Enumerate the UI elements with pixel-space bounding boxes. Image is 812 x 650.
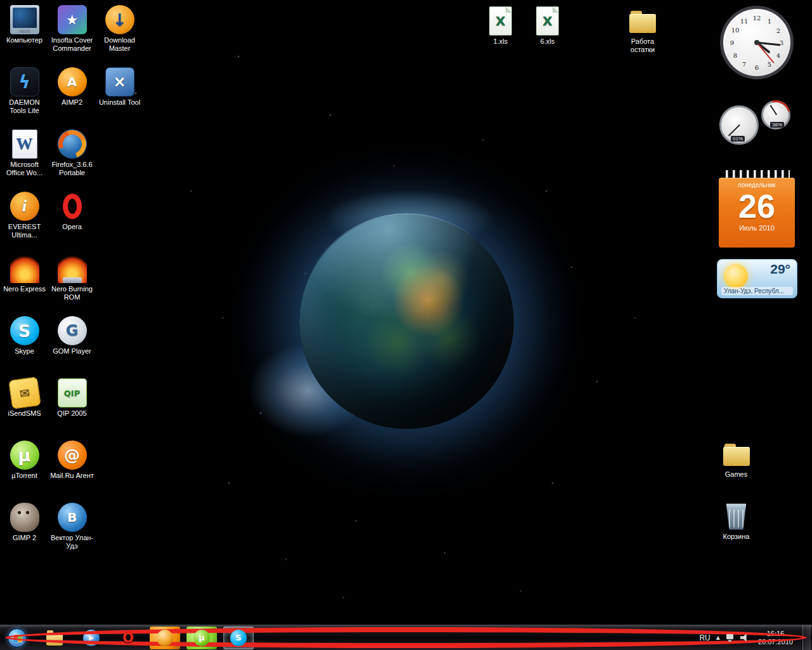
calendar-spiral (724, 170, 790, 178)
desktop-icon[interactable]: ✉ iSendSMS (1, 377, 48, 439)
icon-glyph (58, 129, 87, 159)
icon-glyph: В (58, 503, 87, 532)
desktop-icon[interactable]: × Uninstall Tool (96, 66, 143, 128)
desktop-icon[interactable]: X 6.xls (524, 5, 571, 67)
weather-temperature: 29° (770, 262, 790, 277)
app-icon: ✉ (8, 376, 41, 409)
desktop-icon[interactable]: Nero Express (1, 253, 48, 315)
icon-glyph: S (10, 316, 39, 345)
top-icon-row: X 1.xls X 6.xls Работа остатки (477, 5, 666, 67)
icon-label: Download Master (96, 36, 143, 53)
desktop-icon[interactable]: Nero Burning ROM (49, 253, 95, 315)
desktop-icon-grid: Компьютер ϟ DAEMON Tools Lite W Microsof… (1, 4, 143, 564)
sun-icon (724, 264, 748, 288)
app-icon: µ (10, 441, 39, 470)
icon-label: Microsoft Office Wo... (1, 161, 48, 177)
icon-glyph (10, 254, 39, 283)
icon-glyph (58, 192, 87, 221)
desktop-icon[interactable]: Games (713, 438, 759, 500)
icon-label: µTorrent (1, 472, 48, 480)
desktop-icon[interactable]: G GOM Player (49, 315, 95, 377)
desktop-icon[interactable]: ϟ DAEMON Tools Lite (1, 66, 48, 128)
taskbar-app-icon (157, 630, 173, 646)
icon-label: QIP 2005 (49, 409, 95, 418)
desktop-icon[interactable]: В Вектор Улан-Удэ (49, 501, 95, 564)
network-icon[interactable] (726, 633, 735, 642)
icon-glyph (722, 439, 751, 468)
icon-glyph: × (106, 68, 134, 96)
desktop-icon[interactable]: Компьютер (1, 4, 48, 66)
icon-label: 6.xls (524, 37, 571, 46)
desktop-icon[interactable]: S Skype (1, 315, 48, 377)
icon-glyph (628, 6, 657, 36)
desktop-icon[interactable]: Корзина (713, 500, 759, 562)
icon-label: GOM Player (49, 347, 95, 355)
taskbar-icon-glyph: µ (193, 630, 210, 646)
icon-glyph: ϟ (11, 68, 39, 96)
cpu-needle (728, 124, 740, 136)
desktop-icon[interactable]: Работа остатки (619, 5, 666, 67)
clock-gadget[interactable]: 121234567891011 (719, 5, 794, 80)
taskbar-icon-glyph: S (230, 630, 247, 646)
app-icon: QIP (58, 378, 87, 408)
desktop-icon[interactable]: @ Mail.Ru Агент (49, 439, 95, 501)
clock-number: 8 (733, 52, 737, 59)
desktop-icon[interactable]: GIMP 2 (1, 501, 48, 564)
icon-label: EVEREST Ultima... (1, 223, 48, 239)
app-icon: W (12, 129, 37, 159)
icon-column-3: ↓ Download Master × Uninstall Tool (96, 4, 143, 564)
icon-label: Nero Burning ROM (49, 285, 95, 302)
desktop-icon[interactable]: QIP QIP 2005 (49, 377, 95, 439)
clock-face: 121234567891011 (720, 6, 794, 79)
clock-number: 4 (776, 52, 780, 59)
file-icon (628, 6, 657, 36)
app-icon: ϟ (10, 67, 39, 96)
app-icon (58, 192, 87, 221)
weather-gadget[interactable]: 29° Улан-Удэ, Республ... (717, 259, 797, 298)
app-icon (58, 129, 87, 159)
icon-label: Opera (49, 223, 95, 231)
app-icon: ★ (58, 5, 87, 34)
app-icon: A (58, 67, 87, 96)
calendar-month-year: Июль 2010 (719, 224, 795, 232)
clock-number: 7 (742, 61, 746, 68)
ram-needle (770, 105, 777, 116)
ram-value: 38% (770, 122, 784, 128)
desktop-icon[interactable]: X 1.xls (477, 5, 524, 67)
system-meter-gadget[interactable]: 01% 38% (714, 99, 797, 152)
icon-glyph: i (10, 192, 39, 221)
cpu-value: 01% (731, 136, 745, 142)
app-icon: S (10, 316, 39, 345)
icon-label: Работа остатки (619, 37, 666, 54)
desktop-icon[interactable]: A AIMP2 (49, 66, 95, 128)
taskbar-icon-glyph: O (120, 630, 136, 646)
icon-glyph (722, 501, 751, 531)
calendar-gadget[interactable]: понедельник 26 Июль 2010 (719, 170, 795, 248)
desktop-icon[interactable]: W Microsoft Office Wo... (1, 128, 48, 190)
icon-glyph: @ (58, 441, 87, 470)
desktop: Компьютер ϟ DAEMON Tools Lite W Microsof… (0, 0, 812, 650)
desktop-icon[interactable]: Firefox_3.6.6 Portable (49, 128, 95, 190)
desktop-icon[interactable]: Opera (49, 190, 95, 253)
icon-glyph: W (13, 130, 37, 158)
clock-number: 1 (768, 18, 771, 25)
desktop-icon[interactable]: ★ Insofta Cover Commander (49, 4, 95, 66)
folder-icon (722, 501, 751, 531)
clock-number: 11 (740, 18, 749, 25)
folder-icon (722, 439, 751, 468)
right-icon-column: Games Корзина (713, 438, 759, 562)
desktop-icon[interactable]: ↓ Download Master (96, 4, 143, 66)
app-icon (10, 503, 39, 532)
icon-column-1: Компьютер ϟ DAEMON Tools Lite W Microsof… (1, 4, 48, 564)
icon-glyph (58, 254, 87, 283)
desktop-icon[interactable]: µ µTorrent (1, 439, 48, 501)
taskbar-button[interactable]: O (113, 627, 143, 649)
icon-glyph: G (58, 316, 87, 345)
calendar-weekday: понедельник (719, 178, 795, 189)
icon-label: AIMP2 (49, 98, 95, 107)
icon-glyph: QIP (58, 379, 86, 407)
icon-glyph: ↓ (105, 5, 134, 34)
icon-label: Games (713, 470, 759, 479)
desktop-icon[interactable]: i EVEREST Ultima... (1, 190, 48, 253)
clock-second-hand (756, 42, 775, 63)
